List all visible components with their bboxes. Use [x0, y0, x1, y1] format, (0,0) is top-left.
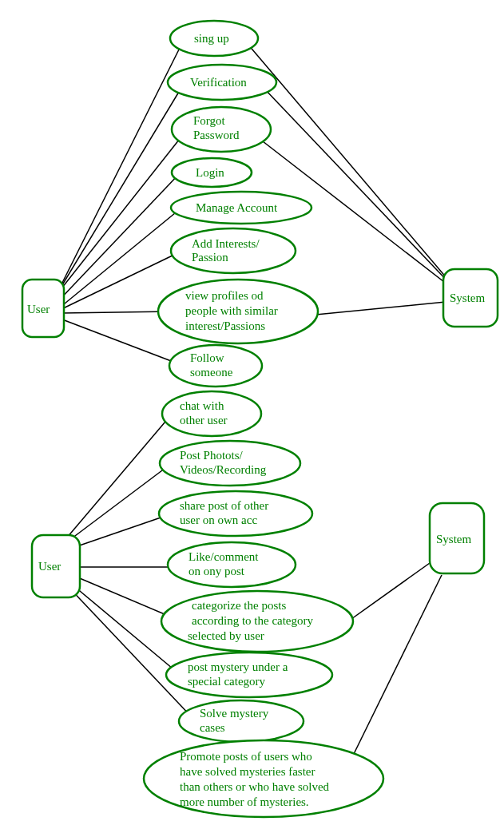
edge — [308, 302, 446, 315]
usecase-manage-label: Manage Account — [196, 201, 278, 214]
usecase-cat-l1: categorize the posts — [192, 599, 286, 612]
edge — [68, 515, 168, 549]
edge — [76, 577, 170, 617]
usecase-follow-l1: Follow — [190, 351, 224, 364]
usecase-add-l1: Add Interests/ — [192, 237, 260, 250]
edge — [65, 463, 172, 543]
usecase-add-interests — [171, 228, 296, 273]
usecase-promote-l4: more number of mysteries. — [180, 795, 309, 808]
edge — [56, 40, 184, 295]
usecase-share-l2: user on own acc — [180, 514, 257, 526]
usecase-like-l1: Like/comment — [189, 550, 259, 563]
usecase-cat-l3: selected by user — [188, 629, 264, 642]
edge — [62, 319, 177, 363]
usecase-login-label: Login — [196, 166, 224, 179]
usecase-solve-l2: cases — [200, 721, 225, 734]
actor-system-top-label: System — [450, 292, 486, 304]
edge — [351, 575, 442, 759]
usecase-promote-l1: Promote posts of users who — [180, 750, 312, 763]
edge — [66, 585, 193, 719]
edge — [62, 411, 174, 543]
usecase-view-l1: view profiles od — [185, 289, 264, 302]
usecase-post-l1: Post Photots/ — [180, 449, 244, 462]
usecase-add-l2: Passion — [192, 251, 228, 264]
usecase-cat-l2: according to the category — [192, 614, 314, 627]
edge — [351, 559, 435, 619]
edge — [62, 311, 172, 313]
usecase-promote-l3: than others or who have solved — [180, 780, 330, 793]
usecase-like-l2: on ony post — [189, 565, 245, 577]
usecase-promote-l2: have solved mysteries faster — [180, 765, 315, 778]
usecase-forgot-l1: Forgot — [193, 114, 226, 127]
usecase-solve-l1: Solve mystery — [200, 707, 269, 720]
usecase-follow-l2: someone — [190, 366, 233, 379]
usecase-post-l2: Videos/Recording — [180, 463, 267, 476]
usecase-chat-l2: other user — [180, 414, 228, 426]
usecase-view-l2: people with similar — [185, 304, 278, 317]
usecase-share-l1: share post of other — [180, 499, 268, 512]
edge — [56, 132, 185, 295]
usecase-chat-l1: chat with — [180, 399, 224, 412]
usecase-verification-label: Verification — [190, 76, 247, 89]
usecase-myst-l2: special category — [188, 675, 266, 688]
usecase-view-l3: interest/Passions — [185, 319, 265, 332]
usecase-forgot-l2: Password — [193, 129, 240, 141]
usecase-diagram: User User System System sing up Verifica… — [0, 0, 504, 825]
actor-user-bottom-label: User — [38, 560, 61, 573]
usecase-myst-l1: post mystery under a — [188, 660, 288, 673]
actor-user-top-label: User — [27, 303, 50, 315]
usecase-signup-label: sing up — [194, 32, 229, 45]
actor-system-bottom-label: System — [436, 533, 472, 545]
